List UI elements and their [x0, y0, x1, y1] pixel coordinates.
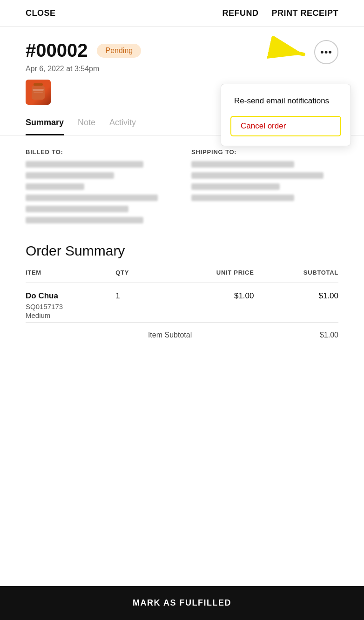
- col-unit-price: UNIT PRICE: [148, 269, 254, 283]
- item-subtotal: $1.00: [254, 283, 339, 323]
- item-variant: Medium: [26, 311, 115, 319]
- order-summary-title: Order Summary: [26, 243, 338, 259]
- item-qty: 1: [115, 283, 148, 323]
- order-number: #00002: [26, 40, 88, 61]
- refund-button[interactable]: REFUND: [222, 8, 258, 18]
- order-title-row: #00002 Pending •••: [26, 40, 338, 61]
- shipping-label: SHIPPING TO:: [191, 148, 338, 155]
- billing-col: BILLED TO:: [26, 148, 173, 228]
- billing-line-6: [26, 217, 143, 223]
- order-table: ITEM QTY UNIT PRICE SUBTOTAL Do Chua SQ0…: [26, 269, 338, 342]
- billing-line-3: [26, 183, 84, 190]
- shipping-col: SHIPPING TO:: [191, 148, 338, 228]
- billing-line-4: [26, 195, 158, 201]
- billing-line-1: [26, 161, 143, 168]
- table-row: Do Chua SQ0157173 Medium 1 $1.00 $1.00: [26, 283, 338, 323]
- close-button[interactable]: CLOSE: [26, 8, 56, 18]
- address-row: BILLED TO: SHIPPING TO:: [26, 148, 338, 228]
- col-item: ITEM: [26, 269, 115, 283]
- shipping-line-3: [191, 183, 280, 190]
- shipping-line-4: [191, 195, 294, 201]
- shipping-line-2: [191, 172, 324, 179]
- svg-rect-4: [33, 89, 44, 91]
- subtotal-label: Item Subtotal: [148, 323, 254, 343]
- tab-note[interactable]: Note: [78, 113, 95, 135]
- tab-activity[interactable]: Activity: [109, 113, 136, 135]
- product-thumbnail: [26, 80, 51, 105]
- shipping-line-1: [191, 161, 294, 168]
- col-subtotal: SUBTOTAL: [254, 269, 339, 283]
- nav-right: REFUND PRINT RECEIPT: [222, 8, 338, 18]
- subtotal-row: Item Subtotal $1.00: [26, 323, 338, 343]
- top-nav: CLOSE REFUND PRINT RECEIPT: [0, 0, 364, 27]
- subtotal-empty: [26, 323, 148, 343]
- col-qty: QTY: [115, 269, 148, 283]
- subtotal-value: $1.00: [254, 323, 339, 343]
- status-badge: Pending: [97, 44, 141, 58]
- nav-left: CLOSE: [26, 8, 56, 18]
- svg-rect-2: [34, 83, 43, 86]
- main-content: BILLED TO: SHIPPING TO: Order Summary IT…: [0, 135, 364, 355]
- tab-summary[interactable]: Summary: [26, 113, 64, 135]
- more-options-button[interactable]: •••: [314, 40, 338, 64]
- billing-label: BILLED TO:: [26, 148, 173, 155]
- dropdown-menu: Re-send email notifications Cancel order: [221, 84, 351, 146]
- item-unit-price: $1.00: [148, 283, 254, 323]
- mark-fulfilled-button[interactable]: MARK AS FULFILLED: [0, 586, 364, 620]
- svg-rect-5: [34, 92, 43, 93]
- item-sku: SQ0157173: [26, 303, 115, 310]
- order-date: Apr 6, 2022 at 3:54pm: [26, 65, 338, 73]
- print-receipt-button[interactable]: PRINT RECEIPT: [271, 8, 338, 18]
- billing-line-2: [26, 172, 114, 179]
- item-name: Do Chua: [26, 291, 115, 301]
- item-details: Do Chua SQ0157173 Medium: [26, 283, 115, 323]
- cancel-order-item[interactable]: Cancel order: [230, 116, 341, 136]
- resend-email-item[interactable]: Re-send email notifications: [221, 90, 351, 112]
- billing-line-5: [26, 206, 128, 212]
